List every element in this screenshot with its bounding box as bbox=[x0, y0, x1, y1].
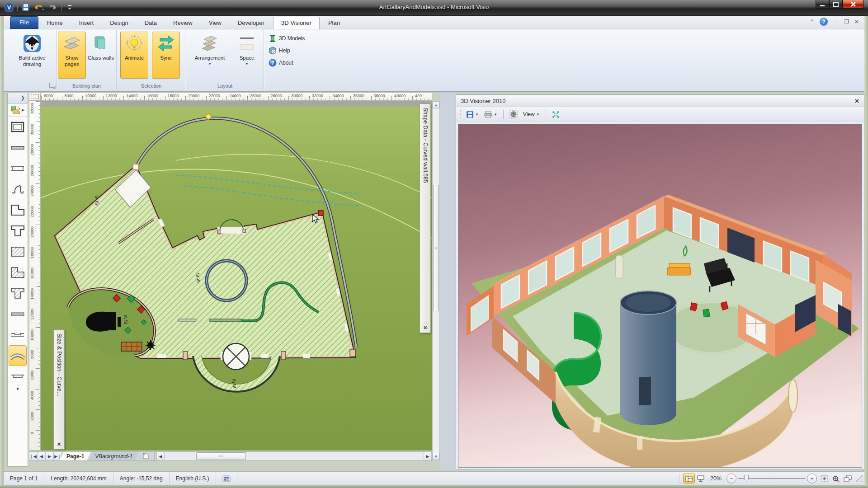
resize-grip[interactable] bbox=[855, 475, 863, 482]
glass-walls-icon bbox=[91, 34, 110, 53]
stencil-shape-opening[interactable] bbox=[8, 324, 28, 345]
arrangement-button[interactable]: Arrangement ▼ bbox=[189, 32, 231, 79]
glass-walls-button[interactable]: Glass walls bbox=[87, 32, 115, 79]
v-scrollbar[interactable]: ▲ ≡ ▼ bbox=[432, 101, 440, 460]
space-icon bbox=[237, 34, 256, 53]
status-length[interactable]: Length: 20242,604 mm bbox=[44, 472, 113, 485]
h-scrollbar[interactable]: ≡≡ bbox=[165, 452, 424, 460]
stencil-shape-wall-section[interactable] bbox=[8, 158, 28, 179]
help-icon[interactable]: ? bbox=[820, 18, 828, 26]
fit-page-button[interactable] bbox=[818, 474, 830, 483]
minimize-button[interactable] bbox=[816, 0, 829, 9]
h-scroll-thumb[interactable]: ≡≡ bbox=[196, 452, 246, 460]
model-print-button[interactable]: ▼ bbox=[483, 110, 499, 119]
first-page-icon[interactable]: ❘◀ bbox=[29, 452, 38, 460]
model-save-button[interactable]: ▼ bbox=[465, 110, 480, 119]
sync-button[interactable]: Sync bbox=[152, 32, 180, 79]
pan-zoom-button[interactable] bbox=[830, 474, 842, 483]
tab-view[interactable]: View bbox=[201, 17, 229, 29]
stencil-shape-space[interactable] bbox=[8, 241, 28, 262]
ribbon-collapse-icon[interactable]: ⌃ bbox=[810, 19, 814, 25]
stencil-shape-wall[interactable] bbox=[8, 137, 28, 158]
tab-insert[interactable]: Insert bbox=[71, 17, 102, 29]
model-save-icon bbox=[466, 111, 474, 118]
status-page[interactable]: Page 1 of 1 bbox=[4, 472, 44, 485]
drawing-canvas[interactable]: Shape Data - Curved wall.585 ✕ Size & Po… bbox=[41, 101, 432, 450]
stencil-shape-wall-gray[interactable] bbox=[8, 304, 28, 324]
tab-data[interactable]: Data bbox=[137, 17, 165, 29]
size-position-panel[interactable]: Size & Position - Curve... ✕ bbox=[53, 329, 65, 450]
v-ruler-tick: 18000 bbox=[30, 247, 34, 258]
visioner-close-icon[interactable]: ✕ bbox=[854, 98, 859, 104]
stencil-shape-l-space[interactable] bbox=[8, 262, 28, 283]
tab-3d-visioner[interactable]: 3D Visioner bbox=[273, 17, 320, 29]
full-screen-view-button[interactable] bbox=[695, 474, 707, 483]
zoom-slider-thumb[interactable] bbox=[744, 475, 749, 482]
panel-splitter[interactable] bbox=[440, 93, 456, 469]
shape-data-close-icon[interactable]: ✕ bbox=[423, 325, 427, 331]
page-tabs: Page-1VBackground-1 bbox=[62, 452, 139, 460]
close-button[interactable] bbox=[843, 0, 863, 9]
doc-close-icon[interactable]: ✕ bbox=[854, 19, 859, 25]
switch-windows-button[interactable] bbox=[842, 474, 854, 483]
tab-design[interactable]: Design bbox=[102, 17, 136, 29]
zoom-level[interactable]: 20% bbox=[710, 475, 722, 482]
visio-window: V ArtGallaryAndModels.vsd - Microsoft Vi… bbox=[0, 0, 868, 488]
model-viewport[interactable] bbox=[458, 124, 862, 468]
scroll-up-icon[interactable]: ▲ bbox=[433, 101, 439, 108]
animate-button[interactable]: Animate bbox=[120, 32, 148, 79]
status-language[interactable]: English (U.S.) bbox=[170, 472, 216, 485]
size-position-close-icon[interactable]: ✕ bbox=[57, 441, 61, 447]
h-ruler[interactable]: 6000800010000120001400016000180002000022… bbox=[41, 93, 432, 101]
render-mode-button[interactable] bbox=[508, 109, 519, 119]
v-scroll-thumb[interactable]: ≡ bbox=[433, 185, 439, 311]
dialog-launcher-icon[interactable] bbox=[49, 83, 55, 88]
show-pages-button[interactable]: Show pages bbox=[58, 32, 86, 79]
status-angle[interactable]: Angle: -15,52 deg bbox=[113, 472, 170, 485]
3d-models-button[interactable]: 3D Models bbox=[269, 33, 305, 44]
tab-plan[interactable]: Plan bbox=[321, 17, 348, 29]
h-scroll-right-icon[interactable]: ▶ bbox=[424, 452, 432, 460]
tabrow-right-controls: ⌃ ? — ❐ ✕ bbox=[810, 18, 859, 26]
page-tab-vbackground-1[interactable]: VBackground-1 bbox=[89, 452, 139, 460]
stencil-shape-room[interactable] bbox=[8, 117, 28, 137]
stencil-shape-door[interactable] bbox=[8, 179, 28, 200]
tab-review[interactable]: Review bbox=[165, 17, 200, 29]
doc-restore-icon[interactable]: ❐ bbox=[844, 19, 849, 25]
build-active-drawing-button[interactable]: Build active drawing bbox=[17, 32, 47, 79]
status-macro-button[interactable] bbox=[216, 472, 237, 485]
view-dropdown-button[interactable]: View ▼ bbox=[522, 110, 541, 118]
v-ruler[interactable]: 3200030000280002600024000220002000018000… bbox=[29, 101, 41, 450]
stencil-scroll-down-icon[interactable]: ▼ bbox=[8, 387, 28, 395]
h-ruler-tick: 10000 bbox=[85, 94, 96, 98]
shape-data-panel[interactable]: Shape Data - Curved wall.585 ✕ bbox=[420, 103, 431, 333]
stencil-shape-curved-wall-selected[interactable] bbox=[9, 345, 27, 366]
doc-minimize-icon[interactable]: — bbox=[833, 19, 839, 25]
zoom-in-button[interactable]: + bbox=[807, 474, 817, 483]
zoom-out-button[interactable]: − bbox=[726, 474, 736, 483]
fit-view-button[interactable] bbox=[551, 110, 561, 119]
scroll-down-icon[interactable]: ▼ bbox=[433, 453, 439, 460]
tab-developer[interactable]: Developer bbox=[230, 17, 272, 29]
whole-page-view-button[interactable] bbox=[683, 474, 695, 483]
h-scroll-left-icon[interactable]: ◀ bbox=[156, 452, 165, 460]
v-ruler-tick: 6000 bbox=[30, 371, 34, 380]
page-tab-page-1[interactable]: Page-1 bbox=[60, 452, 90, 460]
about-button[interactable]: ? About bbox=[269, 57, 293, 68]
stencil-shape-l-room[interactable] bbox=[8, 200, 28, 221]
next-page-icon[interactable]: ▶ bbox=[46, 452, 54, 460]
space-button[interactable]: Space ▼ bbox=[233, 32, 260, 79]
stencil-expand-icon[interactable]: ❯ bbox=[8, 93, 28, 104]
stencil-shape-t-space[interactable] bbox=[8, 283, 28, 304]
open-stencil-button[interactable]: ▶ bbox=[8, 104, 28, 117]
stencil-shape-t-room[interactable] bbox=[8, 221, 28, 241]
tab-file[interactable]: File bbox=[10, 16, 38, 29]
v-ruler-tick: 30000 bbox=[30, 124, 34, 135]
help-button[interactable]: ? Help bbox=[269, 45, 290, 56]
stencil-shape-low-wall[interactable] bbox=[8, 366, 28, 387]
insert-page-button[interactable] bbox=[139, 452, 152, 460]
tab-home[interactable]: Home bbox=[39, 17, 71, 29]
prev-page-icon[interactable]: ◀ bbox=[38, 452, 46, 460]
maximize-button[interactable] bbox=[829, 0, 843, 9]
zoom-slider[interactable] bbox=[738, 474, 806, 483]
